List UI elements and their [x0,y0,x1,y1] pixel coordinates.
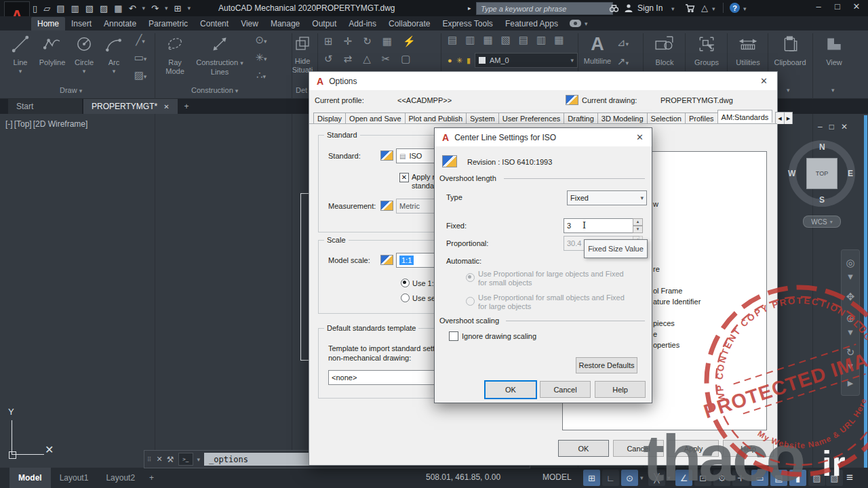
dynamic-input-toggle[interactable]: ✛ [732,470,749,486]
workspace-switch-button[interactable]: ⊞ [174,3,182,14]
centerline-ok-button[interactable]: OK [484,380,537,399]
clipboard-panel-button[interactable]: Clipboard [769,35,811,67]
leader-icon[interactable]: ↗ [617,56,626,67]
multiline-text-button[interactable]: A Multiline [580,34,614,66]
options-tab-display[interactable]: Display [313,113,346,124]
file-tab-close-icon[interactable]: ✕ [163,103,169,110]
zoom-extents-icon[interactable]: ⊕ [842,312,859,325]
groups-panel-button[interactable]: Groups [688,35,726,67]
view-panel-caret-icon[interactable]: ▾ [831,87,835,94]
autodesk-app-icon[interactable]: △ [701,3,708,13]
model-space-toggle[interactable]: MODEL [542,472,572,482]
isodraft-toggle[interactable]: ╳ [648,470,665,486]
options-close-icon[interactable]: ✕ [760,76,768,86]
viewcube-west[interactable]: W [788,169,795,178]
search-icon[interactable] [609,3,619,13]
polar-caret-icon[interactable]: ▾ [640,474,644,481]
layout-tab-model[interactable]: Model [9,468,51,488]
steering-wheel-icon[interactable]: ◎ [842,257,859,269]
new-file-button[interactable]: ▯ [33,3,37,14]
options-dialog-titlebar[interactable]: A Options ✕ [309,72,777,90]
layer-lock-icon[interactable]: ▦ [554,34,564,46]
isolate-objects-toggle[interactable]: ▨ [808,470,825,486]
tab-insert[interactable]: Insert [65,17,98,30]
viewcube-east[interactable]: E [848,169,853,178]
layer-state-icon[interactable]: ▥ [465,34,475,46]
options-tab-open-and-save[interactable]: Open and Save [345,113,405,124]
command-close-icon[interactable]: ✕ [157,455,163,464]
annotation-visibility-toggle[interactable]: ▭ [751,470,768,486]
line-button[interactable]: Line ▾ [5,35,35,76]
use-1-1-radio[interactable] [401,279,410,287]
template-combo[interactable]: <none> [328,370,447,385]
centerline-cancel-button[interactable]: Cancel [540,381,591,398]
view-panel-button[interactable]: View [815,35,853,67]
new-layout-button[interactable]: + [144,468,159,488]
object-snap-toggle[interactable]: ∠ [675,470,692,486]
box-icon[interactable]: ▢ [401,53,410,65]
viewcube[interactable]: N S W E TOP [785,137,859,210]
tab-parametric[interactable]: Parametric [142,17,194,30]
save-as-button[interactable]: ▥ [71,3,79,14]
selection-cycling-toggle[interactable]: ⊡ [694,470,711,486]
customization-menu-icon[interactable]: ≡ [846,471,853,485]
polar-tracking-toggle[interactable]: ⊙ [621,470,638,486]
ortho-mode-toggle[interactable]: ∟ [602,470,619,486]
layer-unlock-icon[interactable]: ▮ [467,56,471,65]
viewcube-top-face[interactable]: TOP [806,158,837,189]
layout-tab-layout1[interactable]: Layout1 [51,468,98,488]
arc-button[interactable]: Arc ▾ [100,35,127,76]
close-button[interactable]: ✕ [849,1,864,12]
spin-down-icon[interactable]: ▼ [633,226,643,233]
command-grip-handle[interactable]: ⠿ [147,456,153,463]
trim-icon[interactable]: ✂ [382,53,391,65]
options-tab-user-preferences[interactable]: User Preferences [498,113,565,124]
options-ok-button[interactable]: OK [558,440,609,457]
minimize-button[interactable]: – [811,1,826,12]
showmotion-icon[interactable]: ▶ [842,379,859,388]
options-tab-am-standards[interactable]: AM:Standards [717,110,773,123]
ignore-drawing-scaling-checkbox[interactable] [449,331,458,341]
panel-label-draw[interactable]: Draw ▾ [60,86,82,94]
gear-icon[interactable]: ⚙ [713,470,730,486]
construction-circle-icon[interactable]: ⊙ [255,34,264,45]
coordinates-display[interactable]: 508.01, 461.85, 0.00 [426,472,500,482]
hide-situation-button[interactable]: Hide Situati [288,35,317,75]
search-play-icon[interactable]: ▸ [468,5,471,12]
file-tab-start[interactable]: Start [8,99,82,114]
options-tab-plot-and-publish[interactable]: Plot and Publish [405,113,467,124]
redo-caret-icon[interactable]: ▾ [165,5,168,12]
tab-annotate[interactable]: Annotate [98,17,142,30]
wcs-dropdown[interactable]: WCS ▾ [803,216,841,228]
layer-unisolate-icon[interactable]: ▧ [501,34,511,46]
options-tab-system[interactable]: System [466,113,499,124]
upload-drawing-button[interactable]: ▧ [85,3,94,14]
layer-properties-icon[interactable]: ▤ [448,34,457,46]
rectangle-tool-icon[interactable]: ▭ [134,52,144,63]
construction-burst-icon[interactable]: ✳ [255,52,264,63]
type-combo[interactable]: Fixed ▾ [567,190,647,205]
drawing-restore-icon[interactable]: □ [829,122,834,131]
options-tab-drafting[interactable]: Drafting [564,113,598,124]
sign-in-label[interactable]: Sign In [637,3,663,13]
file-tab-propertymgt[interactable]: PROPERTYMGT* ✕ [83,99,178,114]
move-icon[interactable]: ✛ [344,35,353,47]
rotate-icon[interactable]: ↻ [363,35,372,47]
navigation-bar[interactable]: ◎ ▾ ✥ ⊕ ▾ ↻ ▾ ▶ [841,249,860,396]
redo-button[interactable]: ↷ [151,3,159,14]
sign-in-person-icon[interactable] [624,3,633,13]
panel-label-construction[interactable]: Construction ▾ [191,86,238,94]
tab-view[interactable]: View [235,17,264,30]
save-button[interactable]: ▤ [56,3,64,14]
tab-manage[interactable]: Manage [264,17,306,30]
layer-on-bulb-icon[interactable]: ● [448,56,452,64]
dimension-icon[interactable]: ⊿ [617,37,626,48]
download-drawing-button[interactable]: ▨ [100,3,108,14]
lock-ui-toggle[interactable]: ▮ [789,470,806,486]
open-file-button[interactable]: ▱ [43,3,50,14]
help-icon[interactable]: ? [730,3,740,13]
circle-button[interactable]: Circle ▾ [69,35,99,76]
centerline-dialog-titlebar[interactable]: A Center Line Settings for ISO ✕ [435,128,652,146]
construction-lines-button[interactable]: Construction ▾ Lines [193,35,247,77]
layer-isolate-icon[interactable]: ▦ [483,34,492,46]
